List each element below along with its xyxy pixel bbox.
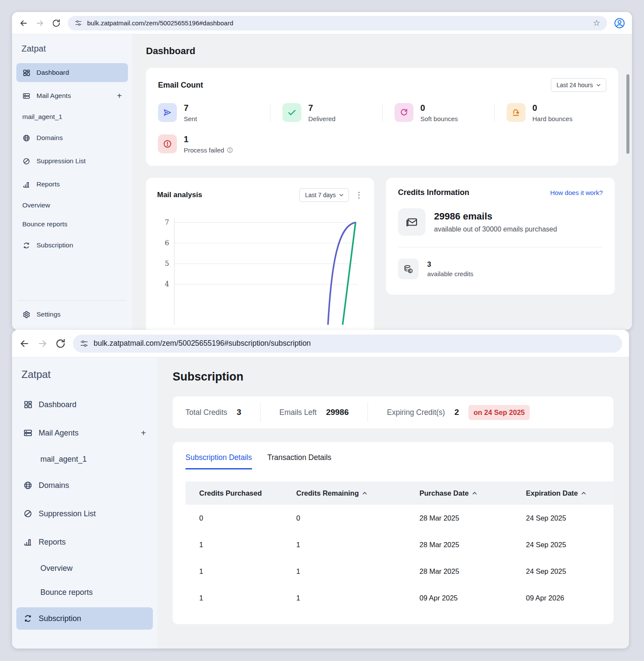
sidebar-item-mail-agents[interactable]: Mail Agents + bbox=[16, 86, 128, 105]
back-icon[interactable] bbox=[19, 338, 30, 349]
sidebar-item-subscription[interactable]: Subscription bbox=[16, 607, 153, 630]
address-bar[interactable]: bulk.zatpatmail.com/zem/50025655196#subs… bbox=[73, 335, 622, 353]
sidebar-item-reports[interactable]: Reports bbox=[16, 531, 153, 553]
table-row[interactable]: 0 0 28 Mar 2025 24 Sep 2025 bbox=[185, 505, 614, 531]
suppression-list-icon bbox=[22, 157, 30, 165]
email-count-range-select[interactable]: Last 24 hours bbox=[551, 78, 606, 92]
svg-text:4: 4 bbox=[165, 280, 169, 288]
main-content-dashboard: Dashboard Email Count Last 24 hours bbox=[132, 34, 632, 330]
email-count-title: Email Count bbox=[158, 81, 203, 90]
info-icon[interactable] bbox=[227, 147, 233, 153]
scrollbar-thumb[interactable] bbox=[626, 74, 629, 154]
sort-caret-icon[interactable] bbox=[581, 491, 586, 495]
sidebar-item-overview[interactable]: Overview bbox=[16, 198, 128, 213]
sort-caret-icon[interactable] bbox=[472, 491, 477, 495]
browser-toolbar: bulk.zatpatmail.com/zem/50025655196#subs… bbox=[12, 330, 629, 357]
sidebar-item-domains[interactable]: Domains bbox=[16, 474, 153, 497]
subscription-details-card: Subscription Details Transaction Details… bbox=[173, 442, 614, 624]
sidebar: Zatpat Dashboard Mail Agents + mail_agen… bbox=[12, 357, 157, 649]
site-settings-icon[interactable] bbox=[75, 19, 82, 27]
kebab-menu-icon[interactable]: ⋮ bbox=[355, 190, 363, 200]
domains-icon bbox=[22, 134, 30, 142]
sidebar-item-domains[interactable]: Domains bbox=[16, 128, 128, 147]
mail-analysis-chart: 7654 bbox=[157, 216, 363, 326]
sort-caret-icon[interactable] bbox=[362, 491, 367, 495]
svg-text:5: 5 bbox=[165, 259, 169, 268]
reload-icon[interactable] bbox=[55, 338, 66, 349]
emails-left: Emails Left 29986 bbox=[279, 408, 349, 417]
sidebar-divider bbox=[18, 300, 126, 301]
brand-logo: Zatpat bbox=[16, 366, 153, 393]
address-bar[interactable]: bulk.zatpatmail.com/zem/50025655196#dash… bbox=[68, 16, 607, 30]
sidebar-item-subscription[interactable]: Subscription bbox=[16, 236, 128, 255]
page-title: Dashboard bbox=[146, 46, 618, 57]
sidebar-item-dashboard[interactable]: Dashboard bbox=[16, 393, 153, 416]
subscription-icon bbox=[22, 241, 30, 250]
subscription-summary-card: Total Credits 3 Emails Left 29986 Expiri… bbox=[173, 396, 614, 428]
profile-icon[interactable] bbox=[614, 18, 625, 29]
sidebar-item-suppression-list[interactable]: Suppression List bbox=[16, 152, 128, 171]
add-mail-agent-button[interactable]: + bbox=[141, 428, 146, 438]
available-credits-row: 3 available credits bbox=[398, 247, 603, 284]
process-failed-icon bbox=[158, 134, 177, 153]
expiry-date-badge: on 24 Sep 2025 bbox=[468, 405, 530, 420]
sidebar-item-mail-agents[interactable]: Mail Agents + bbox=[16, 422, 153, 444]
credits-table: Credits Purchased Credits Remaining Purc… bbox=[173, 481, 614, 611]
table-row[interactable]: 1 1 28 Mar 2025 24 Sep 2025 bbox=[185, 558, 614, 585]
stat-delivered: 7 Delivered bbox=[270, 103, 382, 122]
dashboard-icon bbox=[23, 400, 33, 409]
hard-bounce-icon bbox=[507, 103, 526, 122]
col-purchase-date[interactable]: Purchase Date bbox=[419, 489, 526, 497]
sidebar-item-dashboard[interactable]: Dashboard bbox=[16, 63, 128, 82]
back-icon[interactable] bbox=[19, 18, 28, 28]
sidebar-item-settings[interactable]: Settings bbox=[16, 305, 128, 324]
mail-analysis-range-select[interactable]: Last 7 days bbox=[299, 188, 349, 202]
stat-sent: 7 Sent bbox=[158, 103, 270, 122]
browser-toolbar: bulk.zatpatmail.com/zem/50025655196#dash… bbox=[12, 12, 632, 34]
bookmark-star-icon[interactable]: ☆ bbox=[593, 19, 600, 27]
browser-window-dashboard: bulk.zatpatmail.com/zem/50025655196#dash… bbox=[12, 12, 632, 330]
tab-transaction-details[interactable]: Transaction Details bbox=[267, 453, 331, 469]
envelope-icon bbox=[398, 208, 425, 236]
stat-process-failed: 1 Process failed bbox=[158, 134, 270, 154]
soft-bounce-icon bbox=[395, 103, 413, 122]
site-settings-icon[interactable] bbox=[80, 339, 88, 348]
sidebar-item-bounce-reports[interactable]: Bounce reports bbox=[16, 217, 128, 232]
brand-logo: Zatpat bbox=[16, 41, 128, 63]
total-credits: Total Credits 3 bbox=[185, 408, 241, 417]
stat-soft-bounces: 0 Soft bounces bbox=[382, 103, 494, 122]
email-count-card: Email Count Last 24 hours 7 Sent bbox=[146, 68, 618, 166]
add-mail-agent-button[interactable]: + bbox=[117, 91, 122, 101]
forward-icon[interactable] bbox=[35, 18, 45, 28]
reports-icon bbox=[22, 180, 30, 189]
sidebar-item-mail-agent-1[interactable]: mail_agent_1 bbox=[16, 110, 128, 124]
sidebar-item-suppression-list[interactable]: Suppression List bbox=[16, 503, 153, 525]
emails-available-value: 29986 emails bbox=[434, 211, 557, 222]
col-expiration-date[interactable]: Expiration Date bbox=[526, 489, 614, 497]
col-credits-remaining[interactable]: Credits Remaining bbox=[296, 489, 419, 497]
settings-gear-icon bbox=[22, 311, 30, 319]
expiring-credits: Expiring Credit(s) 2 on 24 Sep 2025 bbox=[387, 405, 530, 420]
tab-subscription-details[interactable]: Subscription Details bbox=[185, 453, 252, 469]
forward-icon[interactable] bbox=[37, 338, 48, 349]
domains-icon bbox=[23, 481, 33, 490]
tab-bar: Subscription Details Transaction Details bbox=[173, 453, 614, 469]
suppression-list-icon bbox=[23, 509, 33, 518]
sidebar-item-mail-agent-1[interactable]: mail_agent_1 bbox=[16, 450, 153, 468]
how-does-it-work-link[interactable]: How does it work? bbox=[550, 189, 603, 196]
table-row[interactable]: 1 1 28 Mar 2025 24 Sep 2025 bbox=[185, 531, 614, 558]
reload-icon[interactable] bbox=[52, 18, 61, 28]
reports-icon bbox=[23, 537, 33, 547]
main-content-subscription: Subscription Total Credits 3 Emails Left… bbox=[157, 357, 629, 649]
svg-text:6: 6 bbox=[165, 239, 169, 247]
delivered-check-icon bbox=[283, 103, 301, 122]
sidebar-item-overview[interactable]: Overview bbox=[16, 559, 153, 577]
url-text: bulk.zatpatmail.com/zem/50025655196#dash… bbox=[87, 19, 233, 27]
sidebar-item-reports[interactable]: Reports bbox=[16, 175, 128, 194]
page-title: Subscription bbox=[173, 370, 614, 384]
col-credits-purchased[interactable]: Credits Purchased bbox=[185, 489, 296, 497]
mail-analysis-card: Mail analysis Last 7 days ⋮ 7654 bbox=[146, 178, 374, 330]
emails-available-row: 29986 emails available out of 30000 emai… bbox=[398, 197, 603, 247]
table-row[interactable]: 1 1 09 Apr 2025 09 Apr 2026 bbox=[185, 585, 614, 611]
sidebar-item-bounce-reports[interactable]: Bounce reports bbox=[16, 583, 153, 601]
